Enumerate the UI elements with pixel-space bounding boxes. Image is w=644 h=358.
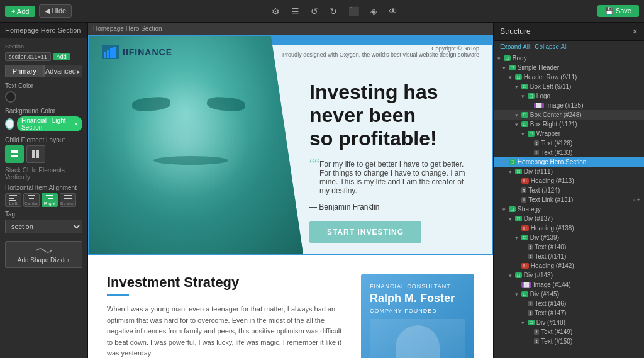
- tree-toggle[interactable]: ▾: [509, 169, 515, 175]
- tree-label: Text (#133): [541, 149, 640, 156]
- tag-select[interactable]: section: [5, 220, 82, 233]
- preview-icon[interactable]: 👁: [386, 5, 400, 18]
- start-investing-button[interactable]: START INVESTING: [309, 221, 421, 243]
- tree-label: Heading (#138): [531, 225, 640, 232]
- tree-item-div-139[interactable]: ▾□Div (#139): [494, 233, 644, 242]
- structure-title: Structure: [500, 27, 531, 36]
- text-color-swatch[interactable]: [5, 91, 16, 103]
- save-button[interactable]: 💾 Save: [597, 5, 639, 17]
- structure-header: Structure ×: [494, 23, 644, 41]
- settings-icon[interactable]: ⚙: [269, 5, 282, 18]
- tab-advanced[interactable]: Advanced: [44, 65, 83, 77]
- tree-item-text-133[interactable]: tText (#133): [494, 148, 644, 157]
- tree-item-text-141[interactable]: tText (#141): [494, 252, 644, 261]
- tree-toggle[interactable]: ▾: [497, 55, 504, 62]
- tree-toggle[interactable]: ▾: [502, 159, 509, 165]
- tree-label: Text Link (#131): [528, 196, 632, 203]
- hero-logo: IIFINANCE: [102, 45, 172, 59]
- tree-item-simple-header[interactable]: ▾□Simple Header: [494, 63, 644, 72]
- tree-item-text-140[interactable]: tText (#140): [494, 242, 644, 252]
- add-shape-divider-button[interactable]: Add Shape Divider: [5, 241, 82, 268]
- undo-icon[interactable]: ↺: [308, 5, 321, 18]
- type-badge: t: [534, 329, 539, 335]
- align-right-btn[interactable]: Right: [42, 193, 58, 207]
- type-badge: □: [515, 272, 522, 278]
- add-button[interactable]: + Add: [5, 6, 35, 17]
- tagline-text: Proudly designed with Oxygen, the world'…: [282, 52, 479, 58]
- svg-rect-2: [32, 150, 35, 158]
- tree-item-text-146[interactable]: tText (#146): [494, 299, 644, 308]
- tree-toggle[interactable]: ▾: [515, 121, 521, 128]
- tab-primary[interactable]: Primary: [5, 65, 44, 77]
- tree-label: Text (#124): [528, 187, 640, 194]
- tree-item-text-150[interactable]: tText (#150): [494, 337, 644, 346]
- tree-item-text-link-131[interactable]: tText Link (#131)≡+: [494, 195, 644, 204]
- tree-label: Div (#145): [530, 291, 640, 298]
- tree-item-box-center[interactable]: ▾□Box Center (#248): [494, 110, 644, 120]
- type-badge: t: [534, 338, 539, 344]
- canvas-area: Homepage Hero Section 📄 Section: [88, 23, 493, 358]
- tree-item-text-149[interactable]: tText (#149): [494, 327, 644, 337]
- redo-icon[interactable]: ↻: [327, 5, 340, 18]
- tree-toggle[interactable]: ▾: [509, 216, 515, 222]
- tree-item-div-148[interactable]: ▾□Div (#148): [494, 318, 644, 327]
- tree-toggle[interactable]: ▾: [521, 131, 528, 137]
- collapse-all-link[interactable]: Collapse All: [535, 43, 567, 50]
- component-icon[interactable]: ◈: [368, 5, 380, 18]
- grid-icon[interactable]: ☰: [289, 5, 302, 18]
- tree-toggle[interactable]: ▾: [515, 84, 521, 90]
- tree-item-text-128[interactable]: tText (#128): [494, 138, 644, 148]
- close-structure-button[interactable]: ×: [633, 26, 638, 36]
- tree-toggle[interactable]: ▾: [521, 320, 528, 326]
- tree-item-text-124[interactable]: tText (#124): [494, 186, 644, 195]
- tree-toggle[interactable]: ▾: [509, 272, 515, 279]
- tree-toggle[interactable]: ▾: [515, 291, 521, 298]
- tree-item-div-143[interactable]: ▾□Div (#143): [494, 271, 644, 280]
- bg-tag-remove[interactable]: ×: [74, 121, 78, 128]
- tree-item-text-147[interactable]: tText (#147): [494, 308, 644, 318]
- status-add-badge: Add: [53, 53, 70, 60]
- tree-toggle[interactable]: ▾: [521, 93, 528, 99]
- card-sub: COMPANY FOUNDED: [370, 308, 465, 314]
- tree-toggle[interactable]: ▾: [502, 65, 509, 71]
- tree-label: Div (#148): [536, 319, 640, 326]
- tree-item-strategy[interactable]: ▾□Strategy: [494, 204, 644, 214]
- type-badge: □: [521, 121, 528, 127]
- layout-icon[interactable]: ⬛: [346, 5, 362, 18]
- tree-item-div-111[interactable]: ▾□Div (#111): [494, 167, 644, 176]
- tree-item-homepage-hero[interactable]: ▾□Homepage Hero Section: [494, 157, 644, 167]
- svg-rect-11: [64, 195, 72, 196]
- tree-label: Text (#140): [535, 243, 640, 250]
- tree-toggle[interactable]: ▾: [502, 206, 509, 213]
- tree-item-heading-113[interactable]: HHeading (#113): [494, 176, 644, 186]
- tree-item-body[interactable]: ▾□Body: [494, 53, 644, 63]
- tree-item-image-125[interactable]: ⬜Image (#125): [494, 101, 644, 110]
- stack-horizontal-btn[interactable]: [26, 145, 45, 163]
- bg-color-swatch[interactable]: [5, 118, 14, 130]
- tree-label: Box Left (9/11): [530, 83, 640, 90]
- expand-all-link[interactable]: Expand All: [500, 43, 530, 50]
- tree-item-div-137[interactable]: ▾□Div (#137): [494, 214, 644, 223]
- tree-toggle[interactable]: ▾: [509, 74, 515, 81]
- tree-item-wrapper[interactable]: ▾□Wrapper: [494, 129, 644, 138]
- tree-toggle[interactable]: ▾: [515, 112, 521, 118]
- tree-item-div-145[interactable]: ▾□Div (#145): [494, 289, 644, 299]
- tree-action-btn2[interactable]: +: [637, 197, 640, 203]
- tree-item-box-left[interactable]: ▾□Box Left (9/11): [494, 82, 644, 91]
- tree-item-heading-138[interactable]: HHeading (#138): [494, 223, 644, 233]
- tree-action-btn[interactable]: ≡: [632, 197, 635, 203]
- tree-item-header-row[interactable]: ▾□Header Row (9/11): [494, 72, 644, 82]
- tree-item-image-144[interactable]: ⬜Image (#144): [494, 280, 644, 289]
- tree-item-heading-142[interactable]: HHeading (#142): [494, 261, 644, 271]
- stack-vertical-btn[interactable]: [5, 145, 24, 163]
- hide-button[interactable]: ◀ Hide: [39, 4, 72, 18]
- tree-label: Image (#144): [533, 281, 640, 288]
- align-center-btn[interactable]: Center: [23, 193, 40, 207]
- tree-item-logo[interactable]: ▾□Logo: [494, 91, 644, 101]
- svg-rect-8: [29, 198, 34, 199]
- align-left-btn[interactable]: Left: [5, 193, 21, 207]
- align-stretch-btn[interactable]: Stretch: [60, 193, 76, 207]
- tree-item-box-right[interactable]: ▾□Box Right (#121): [494, 120, 644, 129]
- tree-toggle[interactable]: ▾: [515, 235, 521, 241]
- tree-label: Logo: [536, 92, 640, 99]
